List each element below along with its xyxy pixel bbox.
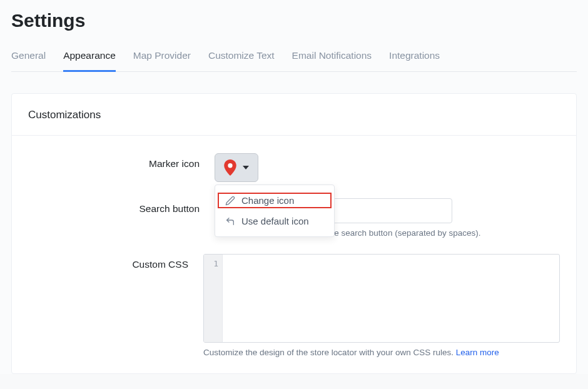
tab-general[interactable]: General [11, 44, 46, 72]
marker-icon-dropdown-button[interactable] [215, 153, 258, 182]
editor-gutter: 1 [204, 255, 223, 342]
gutter-line-number: 1 [204, 258, 222, 270]
menu-item-use-default-icon[interactable]: Use default icon [215, 211, 334, 231]
row-marker-icon: Marker icon Cha [28, 153, 560, 182]
page-title: Settings [11, 10, 577, 31]
label-custom-css: Custom CSS [28, 254, 203, 270]
tabs: General Appearance Map Provider Customiz… [11, 44, 577, 72]
revert-icon [225, 216, 235, 226]
help-custom-css: Customize the design of the store locato… [203, 348, 560, 357]
menu-item-use-default-icon-label: Use default icon [241, 216, 309, 226]
tab-email-notifications[interactable]: Email Notifications [292, 44, 372, 72]
editor-code-area[interactable] [223, 255, 559, 342]
menu-item-change-icon[interactable]: Change icon [215, 190, 334, 211]
customizations-panel: Customizations Marker icon [11, 93, 577, 374]
tab-integrations[interactable]: Integrations [389, 44, 440, 72]
panel-title: Customizations [28, 109, 560, 121]
pencil-icon [225, 196, 235, 206]
caret-down-icon [243, 166, 249, 169]
tab-map-provider[interactable]: Map Provider [133, 44, 191, 72]
marker-icon-dropdown-menu: Change icon Use default icon [215, 184, 335, 237]
map-pin-icon [224, 159, 236, 176]
tab-appearance[interactable]: Appearance [63, 44, 116, 72]
custom-css-learn-more-link[interactable]: Learn more [456, 348, 499, 357]
label-marker-icon: Marker icon [28, 153, 215, 169]
row-custom-css: Custom CSS 1 Customize the design of the… [28, 254, 560, 357]
menu-item-change-icon-label: Change icon [241, 195, 294, 206]
svg-point-0 [228, 163, 232, 168]
custom-css-editor[interactable]: 1 [203, 254, 560, 343]
label-search-button: Search button [28, 198, 215, 215]
tab-customize-text[interactable]: Customize Text [208, 44, 275, 72]
